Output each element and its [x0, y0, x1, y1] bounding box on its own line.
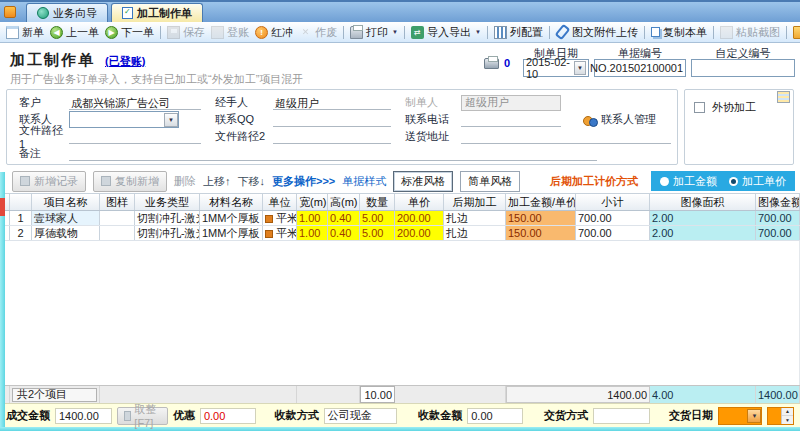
toolbar-attachment-upload-button[interactable]: 图文附件上传	[554, 24, 640, 41]
toolbar-next-order-button[interactable]: ▶下一单	[103, 24, 156, 41]
color-swatch-icon[interactable]	[265, 215, 273, 223]
handler-field[interactable]: 超级用户	[273, 96, 391, 110]
cell-width[interactable]: 1.00	[297, 226, 328, 240]
cell-unit[interactable]: 平米	[263, 226, 297, 240]
column-header-unit[interactable]: 单位	[263, 194, 297, 210]
cell-post[interactable]: 扎边	[444, 226, 506, 240]
qq-field[interactable]	[273, 113, 391, 127]
cell-biztype[interactable]: 切割冲孔-激光	[135, 211, 200, 225]
move-down-button[interactable]: 下移↓	[238, 174, 266, 189]
column-header-name[interactable]: 项目名称	[32, 194, 100, 210]
cell-pattern[interactable]	[100, 211, 135, 225]
order-date-input[interactable]: 2015-02-10 ▼	[523, 59, 589, 77]
note-field[interactable]	[69, 147, 597, 161]
contact-dropdown[interactable]: ▼	[69, 111, 179, 128]
column-header-biztype[interactable]: 业务类型	[135, 194, 200, 210]
received-amount-field[interactable]: 0.00	[467, 408, 523, 424]
cell-price[interactable]: 200.00	[395, 226, 444, 240]
custom-number-input[interactable]	[691, 59, 795, 77]
posted-status-link[interactable]: (已登账)	[105, 55, 145, 67]
address-field[interactable]	[461, 130, 671, 144]
toolbar-print-button[interactable]: 打印▼	[348, 24, 400, 41]
toolbar-red-flush-button[interactable]: !红冲	[253, 24, 295, 41]
outsource-checkbox[interactable]	[694, 102, 705, 113]
column-header-pattern[interactable]: 图样	[100, 194, 135, 210]
cell-post[interactable]: 扎边	[444, 211, 506, 225]
delivery-method-field[interactable]	[593, 408, 650, 424]
tab-processing-order[interactable]: 加工制作单	[111, 3, 203, 22]
cell-proc[interactable]: 150.00	[506, 226, 576, 240]
simple-style-button[interactable]: 简单风格	[460, 171, 520, 192]
toolbar-prev-order-button[interactable]: ◀上一单	[48, 24, 101, 41]
panel-corner-icon[interactable]	[777, 91, 790, 103]
color-swatch-icon[interactable]	[265, 230, 273, 238]
column-header-imgamt[interactable]: 图像金额	[756, 194, 800, 210]
toolbar-new-order-button[interactable]: 新单	[4, 24, 46, 41]
chevron-down-icon[interactable]: ▼	[574, 61, 586, 75]
cell-height[interactable]: 0.40	[328, 226, 360, 240]
tab-business-wizard[interactable]: 业务向导	[26, 3, 108, 22]
move-up-button[interactable]: 上移↑	[203, 174, 231, 189]
cell-name[interactable]: 壹球家人	[32, 211, 100, 225]
spin-up-icon[interactable]: ▲	[782, 408, 793, 417]
column-header-height[interactable]: 高(m)	[328, 194, 360, 210]
contact-management-button[interactable]: 联系人管理	[583, 112, 656, 127]
cell-num[interactable]: 2	[10, 226, 32, 240]
chevron-down-icon[interactable]: ▼	[747, 409, 761, 423]
cell-material[interactable]: 1MM个厚板	[200, 211, 263, 225]
bottom-edge-strip	[0, 427, 800, 431]
column-header-width[interactable]: 宽(m)	[297, 194, 328, 210]
path1-field[interactable]	[69, 130, 201, 144]
cell-proc[interactable]: 150.00	[506, 211, 576, 225]
cell-height[interactable]: 0.40	[328, 211, 360, 225]
column-header-qty[interactable]: 数量	[360, 194, 395, 210]
toolbar-import-export-button[interactable]: ⇄导入导出▼	[409, 24, 483, 41]
grid-empty-space[interactable]	[0, 241, 800, 385]
cell-unit[interactable]: 平米	[263, 211, 297, 225]
doc-number-input[interactable]: NO.201502100001	[594, 59, 686, 77]
chevron-down-icon[interactable]: ▼	[164, 113, 178, 127]
column-header-subtotal[interactable]: 小计	[576, 194, 650, 210]
spin-down-icon[interactable]: ▼	[782, 416, 793, 424]
cell-width[interactable]: 1.00	[297, 211, 328, 225]
printer-icon[interactable]	[484, 58, 499, 69]
cell-name[interactable]: 厚德载物	[32, 226, 100, 240]
column-header-material[interactable]: 材料名称	[200, 194, 263, 210]
more-operations-button[interactable]: 更多操作>>>	[272, 174, 335, 189]
toolbar-view-payment-process-button[interactable]: 查看收款过程	[791, 24, 800, 41]
delivery-date-dropdown[interactable]: ▼	[718, 407, 762, 425]
column-header-area[interactable]: 图像面积	[650, 194, 756, 210]
column-header-proc[interactable]: 加工金额/单价	[506, 194, 576, 210]
column-header-post[interactable]: 后期加工	[444, 194, 506, 210]
cell-subtotal[interactable]: 700.00	[576, 226, 650, 240]
standard-style-button[interactable]: 标准风格	[393, 171, 453, 192]
cell-imgamt[interactable]: 700.00	[756, 211, 800, 225]
toolbar-copy-order-button[interactable]: 复制本单	[649, 24, 709, 41]
column-header-price[interactable]: 单价	[395, 194, 444, 210]
cell-price[interactable]: 200.00	[395, 211, 444, 225]
pricing-radio-0[interactable]: 加工金额	[660, 174, 717, 189]
spinner-buttons[interactable]: ▲▼	[781, 408, 793, 424]
pricing-radio-1[interactable]: 加工单价	[729, 174, 786, 189]
cell-imgamt[interactable]: 700.00	[756, 226, 800, 240]
customer-field[interactable]: 成都兴锦源广告公司	[69, 96, 201, 110]
cell-num[interactable]: 1	[10, 211, 32, 225]
cell-area[interactable]: 2.00	[650, 226, 756, 240]
cell-area[interactable]: 2.00	[650, 211, 756, 225]
deal-amount-label: 成交金额	[6, 408, 50, 423]
cell-biztype[interactable]: 切割冲孔-激光	[135, 226, 200, 240]
delivery-time-spinner[interactable]: ▲▼	[767, 407, 794, 425]
cell-pattern[interactable]	[100, 226, 135, 240]
column-header-num[interactable]	[10, 194, 32, 210]
cell-material[interactable]: 1MM个厚板	[200, 226, 263, 240]
copy-add-label: 复制新增	[115, 174, 159, 189]
discount-field[interactable]: 0.00	[200, 408, 256, 424]
phone-field[interactable]	[461, 113, 561, 127]
pay-method-field[interactable]: 公司现金	[324, 408, 398, 424]
cell-qty[interactable]: 5.00	[360, 211, 395, 225]
deal-amount-field[interactable]: 1400.00	[55, 408, 112, 424]
toolbar-column-config-button[interactable]: 列配置	[492, 24, 545, 41]
cell-qty[interactable]: 5.00	[360, 226, 395, 240]
cell-subtotal[interactable]: 700.00	[576, 211, 650, 225]
path2-field[interactable]	[273, 130, 391, 144]
